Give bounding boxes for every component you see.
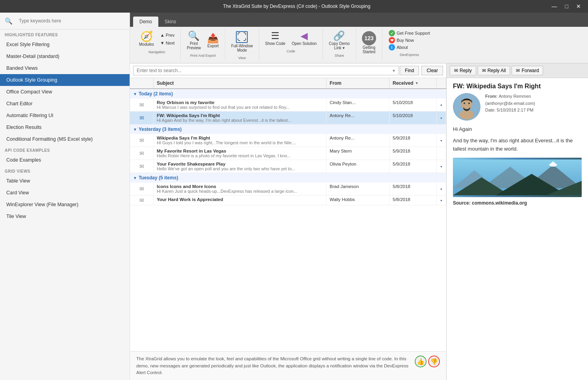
sidebar-item-election[interactable]: Election Results — [0, 121, 130, 133]
show-code-label: Show Code — [265, 41, 286, 46]
from-cell: Cindy Stan... — [326, 99, 390, 111]
open-solution-button[interactable]: ◀ Open Solution — [289, 29, 319, 48]
section-api-examples: API CODE EXAMPLES Code Examples — [0, 145, 130, 166]
collapse-icon: ▼ — [133, 127, 137, 132]
from-cell: Antony Re... — [326, 112, 390, 124]
sidebar-item-card-view[interactable]: Card View — [0, 187, 130, 199]
forward-button[interactable]: ✉ Forward — [512, 66, 543, 75]
print-preview-button[interactable]: 🔍 PrintPreview — [184, 29, 204, 52]
close-button[interactable]: ✕ — [574, 3, 583, 9]
show-code-button[interactable]: ☰ Show Code — [262, 29, 288, 48]
full-window-button[interactable]: ⛶ Full-WindowMode — [228, 29, 256, 54]
next-button[interactable]: ▼ Next — [158, 39, 178, 47]
from-text: Olivia Peyton — [330, 162, 386, 166]
header-icon-col — [130, 78, 154, 88]
table-row[interactable]: ✉ My Favorite Resort in Las Vegas Hello … — [130, 147, 446, 160]
from-cell: Olivia Peyton — [326, 160, 390, 173]
email-icon-cell: ✉ — [130, 183, 154, 195]
getting-started-badge: 123 — [362, 31, 376, 45]
fullwindow-icon: ⛶ — [236, 31, 248, 43]
window-title: The XtraGrid Suite by DevExpress (C# cod… — [44, 4, 549, 9]
sidebar-item-banded-views[interactable]: Banded Views — [0, 62, 130, 74]
ribbon-group-devexpress: ✓ Get Free Support ❤ Buy Now i About Dev… — [382, 28, 436, 61]
group-yesterday[interactable]: ▼ Yesterday (3 items) — [130, 125, 446, 134]
preview-text: Hi Marcus I was surprised to find out th… — [157, 105, 323, 110]
sidebar-item-code-examples[interactable]: Code Examples — [0, 154, 130, 166]
tab-bar: Demo Skins — [130, 13, 588, 27]
subject-cell: FW: Wikipedia Says I'm Right Hi Again An… — [154, 112, 326, 124]
email-icon-cell: ✉ — [130, 147, 154, 160]
preview-greeting: Hi Again — [453, 125, 582, 134]
group-tuesday[interactable]: ▼ Tuesday (5 items) — [130, 173, 446, 183]
from-label: From: — [485, 94, 499, 99]
forward-icon: ✉ — [516, 68, 520, 73]
prev-button[interactable]: ▲ Prev — [158, 31, 178, 39]
info-icon: i — [389, 44, 395, 50]
minimize-button[interactable]: — — [549, 3, 560, 9]
preview-text: Hello Robin Here is a photo of my favori… — [157, 153, 323, 158]
search-input[interactable] — [16, 17, 125, 25]
date-cell: 5/9/2018 — [390, 134, 437, 147]
reply-email-icon: ✉ — [139, 115, 144, 121]
maximize-button[interactable]: □ — [563, 3, 571, 9]
sender-name: Antony Remmen — [499, 94, 531, 99]
buy-now-link[interactable]: ❤ Buy Now — [389, 37, 430, 43]
sidebar-item-winexplorer[interactable]: WinExplorer View (File Manager) — [0, 199, 130, 210]
clear-button[interactable]: Clear — [421, 66, 443, 75]
thumbs-down-button[interactable]: 👎 — [428, 356, 440, 367]
date-text: 5/10/2018 — [393, 100, 433, 105]
sidebar-item-conditional[interactable]: Conditional Formatting (MS Excel style) — [0, 133, 130, 145]
grid-search-input[interactable] — [133, 66, 399, 75]
getting-started-label: GettingStarted — [363, 45, 375, 54]
email-icon: ✉ — [139, 150, 144, 156]
table-row[interactable]: ✉ Icons Icons and More Icons Hi Karen Ju… — [130, 183, 446, 196]
header-received[interactable]: Received ▼ — [390, 78, 437, 88]
sidebar-item-auto-filtering[interactable]: Automatic Filtering UI — [0, 110, 130, 121]
about-link[interactable]: i About — [389, 44, 430, 50]
mountain-image — [453, 158, 582, 197]
find-button[interactable]: Find — [400, 66, 419, 75]
prev-next-group: ▲ Prev ▼ Next — [158, 31, 178, 47]
open-solution-label: Open Solution — [292, 41, 317, 46]
header-from[interactable]: From — [326, 78, 390, 88]
header-subject[interactable]: Subject — [154, 78, 326, 88]
getting-started-btns: 123 GettingStarted — [359, 29, 379, 56]
export-button[interactable]: 📤 Export — [204, 32, 222, 50]
get-free-support-link[interactable]: ✓ Get Free Support — [389, 30, 430, 36]
group-today[interactable]: ▼ Today (2 items) — [130, 89, 446, 99]
tab-demo[interactable]: Demo — [133, 17, 158, 27]
sidebar-item-chart-editor[interactable]: Chart Editor — [0, 98, 130, 110]
table-row[interactable]: ✉ Your Hard Work is Appreciated Wally Ho… — [130, 196, 446, 205]
sidebar-item-outlook-grouping[interactable]: Outlook Style Grouping — [0, 74, 130, 86]
table-row[interactable]: ✉ Your Favorite Shakespeare Play Hello W… — [130, 160, 446, 173]
reply-all-button[interactable]: ✉ Reply All — [478, 66, 510, 75]
print-export-btns: 🔍 PrintPreview 📤 Export — [184, 29, 222, 52]
section-grid-views: GRID VIEWS Table View Card View WinExplo… — [0, 166, 130, 222]
table-row[interactable]: ✉ Roy Orbison is my favorite Hi Marcus I… — [130, 99, 446, 112]
ribbon-group-navigation: 🧭 Modules ▲ Prev ▼ Next Navigation — [133, 28, 181, 61]
show-code-icon: ☰ — [271, 31, 280, 41]
subject-cell: My Favorite Resort in Las Vegas Hello Ro… — [154, 147, 326, 160]
preview-content: FW: Wikipedia Says I'm Right — [447, 78, 588, 380]
modules-button[interactable]: 🧭 Modules — [136, 29, 157, 48]
section-label-grid: GRID VIEWS — [0, 166, 130, 175]
sidebar-item-office-compact[interactable]: Office Compact View — [0, 86, 130, 98]
sidebar-item-master-detail[interactable]: Master-Detail (standard) — [0, 50, 130, 62]
date-cell: 5/8/2018 — [390, 196, 437, 205]
sidebar-item-table-view[interactable]: Table View — [0, 175, 130, 187]
preview-meta: From: Antony Remmen (anthonyr@dx-email.c… — [485, 93, 535, 121]
get-free-support-label: Get Free Support — [397, 31, 430, 35]
link-icon: 🔗 — [333, 31, 345, 41]
table-row[interactable]: ✉ Wikipedia Says I'm Right HI Guys I tol… — [130, 134, 446, 147]
print-icon: 🔍 — [188, 31, 200, 41]
tab-skins[interactable]: Skins — [158, 17, 182, 27]
reply-button[interactable]: ✉ Reply — [450, 66, 476, 75]
preview-text: Hi Again And by the way, I'm also right … — [157, 118, 323, 123]
table-row[interactable]: ✉ FW: Wikipedia Says I'm Right Hi Again … — [130, 112, 446, 125]
thumbs-up-button[interactable]: 👍 — [415, 356, 427, 367]
getting-started-button[interactable]: 123 GettingStarted — [359, 29, 379, 56]
preview-panel: ✉ Reply ✉ Reply All ✉ Forward FW: Wikipe… — [446, 63, 588, 380]
sidebar-item-excel-filtering[interactable]: Excel Style Filtering — [0, 39, 130, 50]
copy-demo-link-button[interactable]: 🔗 Copy DemoLink ▾ — [326, 29, 352, 52]
sidebar-item-tile-view[interactable]: Tile View — [0, 210, 130, 222]
